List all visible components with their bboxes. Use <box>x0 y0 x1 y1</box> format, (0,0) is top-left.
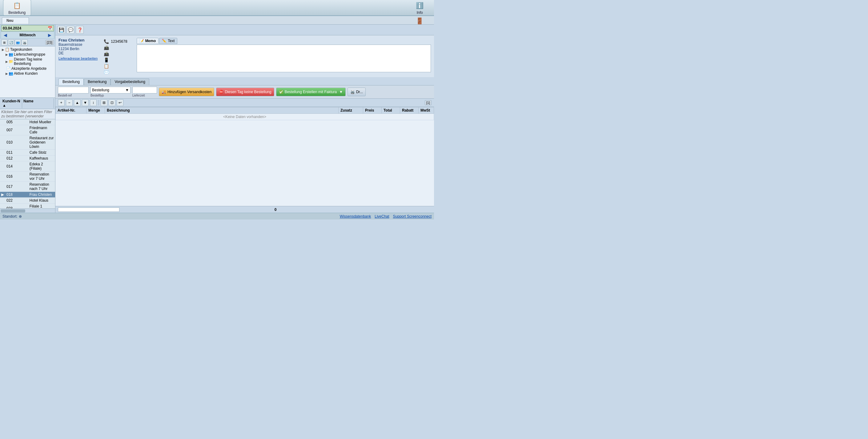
customer-row[interactable]: 017 Reservation nach 7 Uhr <box>0 182 55 192</box>
help-btn[interactable]: ❓ <box>76 26 84 34</box>
order-data-area: Artikel-Nr. Menge Bezeichnung Zusatz Pre… <box>55 107 434 206</box>
drucken-btn[interactable]: 🖨️ Dr... <box>347 88 366 96</box>
main-tabs: NeuBearbeitenÜbersicht <box>2 17 29 24</box>
toolbar-item-bestellung[interactable]: 📋Bestellung <box>3 0 31 16</box>
bestelltyp-select[interactable]: Bestellung ▼ <box>91 87 130 94</box>
order-tab-vorgabe[interactable]: Vorgabebestellung <box>111 78 149 85</box>
fax-row: 📠 <box>104 45 127 50</box>
screenconnect-link[interactable]: Support Screenconnect <box>393 214 432 218</box>
bestellung-icon: 📋 <box>12 1 22 10</box>
tree-area: ▶📋Tageskunden▶👥Lieferscheingruppe▶📁Diese… <box>0 46 55 97</box>
col-mwst: MwSt <box>418 107 434 114</box>
row-arrow <box>0 156 5 161</box>
customer-name-cell: Friedmann Cafe <box>28 125 55 135</box>
tree-item[interactable]: ▶👥Lieferscheingruppe <box>1 52 55 57</box>
customer-plz-city: 11234 Berlin <box>59 47 98 51</box>
customer-id: 010 <box>5 135 28 150</box>
customer-row[interactable]: ▶ 018 Frau Christen <box>0 192 55 198</box>
tree-item[interactable]: ▶📁Diesen Tag keine Bestellung <box>1 57 55 66</box>
tree-item[interactable]: ▶👥Aktive Kunden <box>1 71 55 76</box>
mobile-row: 📱 <box>104 58 127 62</box>
customer-row[interactable]: 014 Edeka 2 (Filiale) <box>0 161 55 172</box>
toolbar-item-info[interactable]: ℹ️Info <box>408 0 431 15</box>
customer-row[interactable]: 010 Restaurant zur Goldenen Löwin <box>0 135 55 150</box>
move-up-btn[interactable]: ▲ <box>74 99 81 106</box>
customer-row[interactable]: 007 Friedmann Cafe <box>0 125 55 135</box>
customer-row[interactable]: 012 Kaffeehaus <box>0 156 55 161</box>
col-name[interactable]: Name <box>22 98 54 108</box>
edit-delivery-address-link[interactable]: Lieferadresse bearbeiten <box>59 57 98 60</box>
grid-btn[interactable]: ⊞ <box>101 99 107 106</box>
customer-row[interactable]: 005 Hotel Mueller <box>0 119 55 125</box>
customer-street: Bauernstrasse <box>59 42 98 47</box>
customer-row[interactable]: 016 Reservation vor 7 Uhr <box>0 172 55 182</box>
customer-id: 007 <box>5 125 28 135</box>
customer-name-cell: Reservation nach 7 Uhr <box>28 182 55 192</box>
customer-id: 012 <box>5 156 28 161</box>
standort-icon: ⊕ <box>19 214 22 218</box>
fax2-row: 📠 <box>104 51 127 56</box>
bestell-ref-input[interactable] <box>58 87 89 94</box>
prev-day-arrow[interactable]: ◀ <box>2 33 8 37</box>
col-kunden[interactable]: Kunden-N ▲ <box>1 98 22 108</box>
tree-item-icon: 📁 <box>9 59 13 64</box>
calendar-icon[interactable]: 📅 <box>48 26 52 30</box>
fax2-icon: 📠 <box>104 51 109 56</box>
add-row-btn[interactable]: + <box>58 99 65 106</box>
remove-row-btn[interactable]: − <box>66 99 73 106</box>
next-day-arrow[interactable]: ▶ <box>47 33 53 37</box>
customer-id: 018 <box>5 192 28 198</box>
versandkosten-btn[interactable]: 🚚 Hinzufügen Versandkosten <box>159 88 214 96</box>
memo-tab-text[interactable]: ✏️ Text <box>159 38 177 44</box>
order-tab-bemerkung[interactable]: Bemerkung <box>84 78 111 85</box>
order-form: Bestell-ref Bestellung ▼ Bestelltyp Lief… <box>55 86 434 99</box>
date-input[interactable]: 03.04.2024 📅 <box>1 25 54 31</box>
drucken-icon: 🖨️ <box>350 90 355 94</box>
memo-tab-label: Memo <box>145 39 156 43</box>
keine-bestellung-btn[interactable]: ⛔ Diesen Tag keine Bestellung <box>216 88 274 96</box>
order-table-header-row: Artikel-Nr. Menge Bezeichnung Zusatz Pre… <box>56 107 434 114</box>
tree-item-label: Aktive Kunden <box>14 71 37 76</box>
row-arrow <box>0 135 5 150</box>
customer-name-cell: Hotel Klaus <box>28 198 55 204</box>
wissensdatenbank-link[interactable]: Wissensdatenbank <box>340 214 371 218</box>
move-down-btn[interactable]: ▼ <box>82 99 89 106</box>
customer-id: 005 <box>5 119 28 125</box>
filter-row[interactable]: Klicken Sie hier um einen Filter zu best… <box>0 109 55 119</box>
save-btn[interactable]: 💾 <box>57 26 65 34</box>
customer-country: DE <box>59 51 98 55</box>
sort-btn[interactable]: ↕ <box>90 99 97 106</box>
bestell-ref-field: Bestell-ref <box>58 87 89 97</box>
row-arrow <box>0 204 5 209</box>
group-btn[interactable]: 👥 <box>15 39 21 45</box>
undo-btn[interactable]: ↩ <box>117 99 123 106</box>
misc-icon: 📋 <box>104 64 109 69</box>
tree-item[interactable]: 📄Akzeptierte Angebote <box>1 66 55 71</box>
erstellen-btn[interactable]: ✅ Bestellung Erstellen mit Faktura ▼ <box>276 88 346 96</box>
tree-item-label: Lieferscheingruppe <box>14 52 45 57</box>
chat-btn[interactable]: 💬 <box>66 26 74 34</box>
lieferzeit-input[interactable] <box>132 87 157 94</box>
left-panel: 03.04.2024 📅 ◀ Mittwoch ▶ ⊞ 🔄 👥 🖨️ [23] … <box>0 25 55 213</box>
row-arrow: ▶ <box>0 192 5 198</box>
order-tab-bestellung[interactable]: Bestellung <box>59 78 84 85</box>
fax-icon: 📠 <box>104 45 109 50</box>
memo-tab-memo[interactable]: 📝 Memo <box>137 38 159 44</box>
print-btn[interactable]: 🖨️ <box>22 39 28 45</box>
customer-row[interactable]: 022 Hotel Klaus <box>0 198 55 204</box>
tree-item[interactable]: ▶📋Tageskunden <box>1 47 55 52</box>
tab-neu[interactable]: Neu <box>2 17 29 24</box>
memo-content[interactable] <box>137 44 431 72</box>
refresh-btn[interactable]: 🔄 <box>8 39 14 45</box>
main-layout: 03.04.2024 📅 ◀ Mittwoch ▶ ⊞ 🔄 👥 🖨️ [23] … <box>0 25 434 213</box>
customer-id: 014 <box>5 161 28 172</box>
customer-row[interactable]: 011 Cafe Stolz <box>0 150 55 156</box>
erstellen-icon: ✅ <box>279 90 283 94</box>
livechat-link[interactable]: LiveChat <box>375 214 389 218</box>
copy-btn[interactable]: ⊞ <box>1 39 7 45</box>
horizontal-scrollbar[interactable] <box>0 208 55 213</box>
copy-order-btn[interactable]: ⊡ <box>108 99 116 106</box>
customer-id: 022 <box>5 198 28 204</box>
customer-row[interactable]: 023 Filiale 1 Backwaren <box>0 204 55 209</box>
info-icon: ℹ️ <box>415 1 425 10</box>
